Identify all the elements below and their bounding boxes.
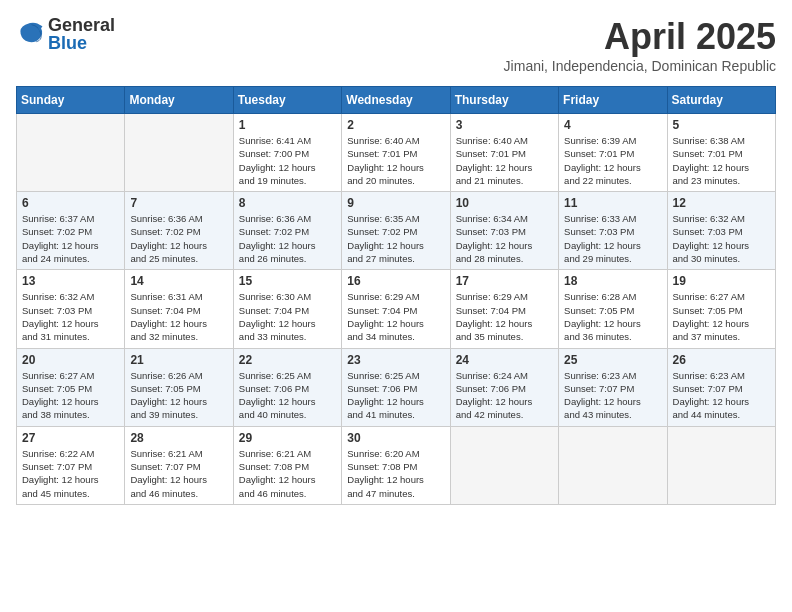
header-monday: Monday bbox=[125, 87, 233, 114]
day-number: 12 bbox=[673, 196, 770, 210]
day-info: Sunrise: 6:29 AM Sunset: 7:04 PM Dayligh… bbox=[347, 290, 444, 343]
day-info: Sunrise: 6:32 AM Sunset: 7:03 PM Dayligh… bbox=[673, 212, 770, 265]
location-subtitle: Jimani, Independencia, Dominican Republi… bbox=[504, 58, 776, 74]
day-info: Sunrise: 6:28 AM Sunset: 7:05 PM Dayligh… bbox=[564, 290, 661, 343]
table-row: 9Sunrise: 6:35 AM Sunset: 7:02 PM Daylig… bbox=[342, 192, 450, 270]
day-info: Sunrise: 6:41 AM Sunset: 7:00 PM Dayligh… bbox=[239, 134, 336, 187]
table-row: 1Sunrise: 6:41 AM Sunset: 7:00 PM Daylig… bbox=[233, 114, 341, 192]
day-number: 15 bbox=[239, 274, 336, 288]
day-number: 21 bbox=[130, 353, 227, 367]
day-number: 2 bbox=[347, 118, 444, 132]
day-info: Sunrise: 6:27 AM Sunset: 7:05 PM Dayligh… bbox=[673, 290, 770, 343]
calendar-week-row: 27Sunrise: 6:22 AM Sunset: 7:07 PM Dayli… bbox=[17, 426, 776, 504]
day-number: 26 bbox=[673, 353, 770, 367]
day-info: Sunrise: 6:39 AM Sunset: 7:01 PM Dayligh… bbox=[564, 134, 661, 187]
day-number: 5 bbox=[673, 118, 770, 132]
calendar-table: Sunday Monday Tuesday Wednesday Thursday… bbox=[16, 86, 776, 505]
logo: General Blue bbox=[16, 16, 115, 52]
day-number: 29 bbox=[239, 431, 336, 445]
logo-icon bbox=[16, 20, 44, 48]
day-number: 11 bbox=[564, 196, 661, 210]
table-row: 8Sunrise: 6:36 AM Sunset: 7:02 PM Daylig… bbox=[233, 192, 341, 270]
header-sunday: Sunday bbox=[17, 87, 125, 114]
title-block: April 2025 Jimani, Independencia, Domini… bbox=[504, 16, 776, 74]
day-number: 6 bbox=[22, 196, 119, 210]
day-number: 20 bbox=[22, 353, 119, 367]
day-number: 1 bbox=[239, 118, 336, 132]
table-row: 29Sunrise: 6:21 AM Sunset: 7:08 PM Dayli… bbox=[233, 426, 341, 504]
table-row: 19Sunrise: 6:27 AM Sunset: 7:05 PM Dayli… bbox=[667, 270, 775, 348]
table-row bbox=[667, 426, 775, 504]
day-info: Sunrise: 6:22 AM Sunset: 7:07 PM Dayligh… bbox=[22, 447, 119, 500]
day-number: 8 bbox=[239, 196, 336, 210]
table-row: 3Sunrise: 6:40 AM Sunset: 7:01 PM Daylig… bbox=[450, 114, 558, 192]
day-number: 14 bbox=[130, 274, 227, 288]
day-info: Sunrise: 6:25 AM Sunset: 7:06 PM Dayligh… bbox=[239, 369, 336, 422]
page-header: General Blue April 2025 Jimani, Independ… bbox=[16, 16, 776, 74]
day-info: Sunrise: 6:40 AM Sunset: 7:01 PM Dayligh… bbox=[456, 134, 553, 187]
day-number: 30 bbox=[347, 431, 444, 445]
table-row: 23Sunrise: 6:25 AM Sunset: 7:06 PM Dayli… bbox=[342, 348, 450, 426]
table-row bbox=[17, 114, 125, 192]
day-info: Sunrise: 6:36 AM Sunset: 7:02 PM Dayligh… bbox=[239, 212, 336, 265]
table-row: 22Sunrise: 6:25 AM Sunset: 7:06 PM Dayli… bbox=[233, 348, 341, 426]
weekday-header-row: Sunday Monday Tuesday Wednesday Thursday… bbox=[17, 87, 776, 114]
table-row: 30Sunrise: 6:20 AM Sunset: 7:08 PM Dayli… bbox=[342, 426, 450, 504]
table-row: 4Sunrise: 6:39 AM Sunset: 7:01 PM Daylig… bbox=[559, 114, 667, 192]
day-info: Sunrise: 6:36 AM Sunset: 7:02 PM Dayligh… bbox=[130, 212, 227, 265]
logo-general-text: General bbox=[48, 16, 115, 34]
day-info: Sunrise: 6:30 AM Sunset: 7:04 PM Dayligh… bbox=[239, 290, 336, 343]
table-row: 12Sunrise: 6:32 AM Sunset: 7:03 PM Dayli… bbox=[667, 192, 775, 270]
day-info: Sunrise: 6:20 AM Sunset: 7:08 PM Dayligh… bbox=[347, 447, 444, 500]
day-number: 3 bbox=[456, 118, 553, 132]
day-info: Sunrise: 6:34 AM Sunset: 7:03 PM Dayligh… bbox=[456, 212, 553, 265]
day-number: 25 bbox=[564, 353, 661, 367]
day-info: Sunrise: 6:40 AM Sunset: 7:01 PM Dayligh… bbox=[347, 134, 444, 187]
header-wednesday: Wednesday bbox=[342, 87, 450, 114]
day-info: Sunrise: 6:35 AM Sunset: 7:02 PM Dayligh… bbox=[347, 212, 444, 265]
day-info: Sunrise: 6:29 AM Sunset: 7:04 PM Dayligh… bbox=[456, 290, 553, 343]
day-info: Sunrise: 6:23 AM Sunset: 7:07 PM Dayligh… bbox=[673, 369, 770, 422]
table-row: 14Sunrise: 6:31 AM Sunset: 7:04 PM Dayli… bbox=[125, 270, 233, 348]
table-row: 2Sunrise: 6:40 AM Sunset: 7:01 PM Daylig… bbox=[342, 114, 450, 192]
header-tuesday: Tuesday bbox=[233, 87, 341, 114]
day-number: 18 bbox=[564, 274, 661, 288]
day-info: Sunrise: 6:27 AM Sunset: 7:05 PM Dayligh… bbox=[22, 369, 119, 422]
day-number: 4 bbox=[564, 118, 661, 132]
table-row: 6Sunrise: 6:37 AM Sunset: 7:02 PM Daylig… bbox=[17, 192, 125, 270]
day-info: Sunrise: 6:23 AM Sunset: 7:07 PM Dayligh… bbox=[564, 369, 661, 422]
day-info: Sunrise: 6:26 AM Sunset: 7:05 PM Dayligh… bbox=[130, 369, 227, 422]
table-row: 16Sunrise: 6:29 AM Sunset: 7:04 PM Dayli… bbox=[342, 270, 450, 348]
day-number: 19 bbox=[673, 274, 770, 288]
table-row: 28Sunrise: 6:21 AM Sunset: 7:07 PM Dayli… bbox=[125, 426, 233, 504]
table-row: 11Sunrise: 6:33 AM Sunset: 7:03 PM Dayli… bbox=[559, 192, 667, 270]
day-info: Sunrise: 6:21 AM Sunset: 7:07 PM Dayligh… bbox=[130, 447, 227, 500]
table-row: 10Sunrise: 6:34 AM Sunset: 7:03 PM Dayli… bbox=[450, 192, 558, 270]
day-info: Sunrise: 6:21 AM Sunset: 7:08 PM Dayligh… bbox=[239, 447, 336, 500]
day-number: 27 bbox=[22, 431, 119, 445]
day-number: 23 bbox=[347, 353, 444, 367]
day-number: 10 bbox=[456, 196, 553, 210]
table-row bbox=[450, 426, 558, 504]
table-row: 18Sunrise: 6:28 AM Sunset: 7:05 PM Dayli… bbox=[559, 270, 667, 348]
day-number: 28 bbox=[130, 431, 227, 445]
logo-text: General Blue bbox=[48, 16, 115, 52]
table-row: 13Sunrise: 6:32 AM Sunset: 7:03 PM Dayli… bbox=[17, 270, 125, 348]
day-number: 22 bbox=[239, 353, 336, 367]
day-number: 17 bbox=[456, 274, 553, 288]
day-number: 16 bbox=[347, 274, 444, 288]
day-info: Sunrise: 6:38 AM Sunset: 7:01 PM Dayligh… bbox=[673, 134, 770, 187]
calendar-week-row: 6Sunrise: 6:37 AM Sunset: 7:02 PM Daylig… bbox=[17, 192, 776, 270]
day-info: Sunrise: 6:24 AM Sunset: 7:06 PM Dayligh… bbox=[456, 369, 553, 422]
table-row bbox=[559, 426, 667, 504]
day-info: Sunrise: 6:37 AM Sunset: 7:02 PM Dayligh… bbox=[22, 212, 119, 265]
table-row: 21Sunrise: 6:26 AM Sunset: 7:05 PM Dayli… bbox=[125, 348, 233, 426]
header-friday: Friday bbox=[559, 87, 667, 114]
table-row: 5Sunrise: 6:38 AM Sunset: 7:01 PM Daylig… bbox=[667, 114, 775, 192]
calendar-week-row: 1Sunrise: 6:41 AM Sunset: 7:00 PM Daylig… bbox=[17, 114, 776, 192]
table-row: 20Sunrise: 6:27 AM Sunset: 7:05 PM Dayli… bbox=[17, 348, 125, 426]
table-row: 17Sunrise: 6:29 AM Sunset: 7:04 PM Dayli… bbox=[450, 270, 558, 348]
day-info: Sunrise: 6:31 AM Sunset: 7:04 PM Dayligh… bbox=[130, 290, 227, 343]
day-number: 13 bbox=[22, 274, 119, 288]
logo-blue-text: Blue bbox=[48, 34, 115, 52]
